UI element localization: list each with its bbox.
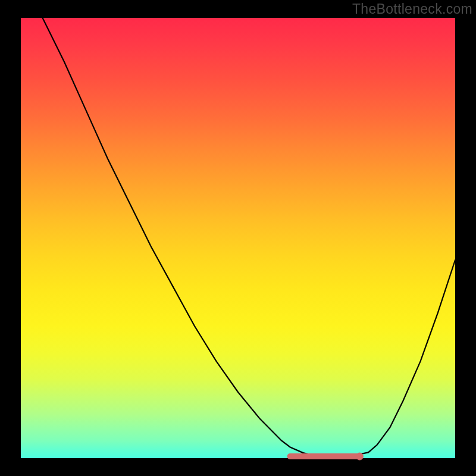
plot-area [21, 18, 455, 458]
chart-svg [21, 18, 455, 458]
watermark-text: TheBottleneck.com [352, 1, 472, 17]
chart-stage: TheBottleneck.com [0, 0, 476, 476]
optimal-point-dot [356, 453, 363, 460]
bottleneck-curve [21, 0, 455, 457]
